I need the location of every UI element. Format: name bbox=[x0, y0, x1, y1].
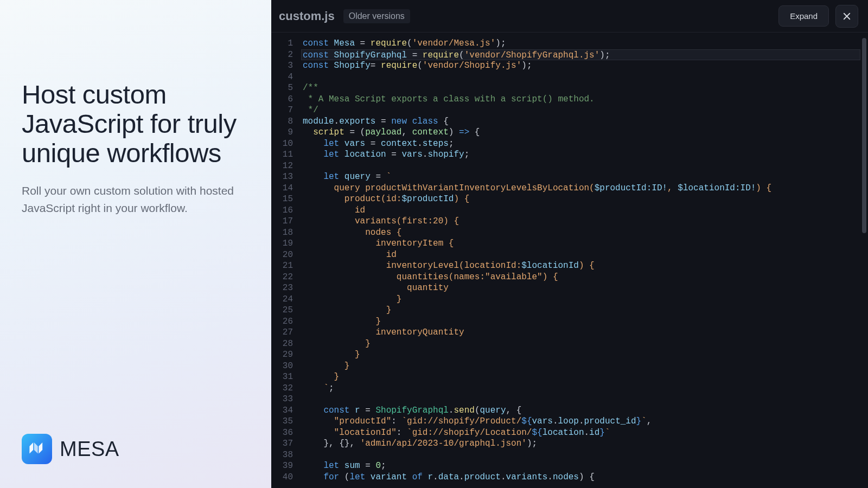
line-number: 20 bbox=[271, 249, 298, 261]
line-number: 2 bbox=[271, 49, 298, 61]
mesa-logo-icon bbox=[22, 434, 52, 464]
line-number: 35 bbox=[271, 416, 298, 427]
code-line[interactable]: const r = ShopifyGraphql.send(query, { bbox=[303, 405, 860, 416]
subtext: Roll your own custom solution with hoste… bbox=[22, 182, 239, 217]
line-number: 18 bbox=[271, 227, 298, 239]
code-line[interactable] bbox=[303, 72, 860, 83]
code-line[interactable]: "locationId": `gid://shopify/Location/${… bbox=[303, 427, 860, 439]
line-number: 4 bbox=[271, 72, 298, 83]
line-number: 27 bbox=[271, 327, 298, 338]
code-line[interactable]: let location = vars.shopify; bbox=[303, 149, 860, 160]
code-line[interactable]: let vars = context.steps; bbox=[303, 138, 860, 150]
line-number: 10 bbox=[271, 138, 298, 150]
code-line[interactable]: quantity bbox=[303, 282, 860, 294]
code-line[interactable]: quantities(names:"available") { bbox=[303, 272, 860, 283]
code-line[interactable]: id bbox=[303, 249, 860, 261]
code-line[interactable]: const ShopifyGraphql = require('vendor/S… bbox=[301, 49, 860, 61]
code-editor-panel: custom.js Older versions Expand 12345678… bbox=[271, 0, 868, 488]
older-versions-button[interactable]: Older versions bbox=[343, 9, 410, 23]
line-number: 3 bbox=[271, 60, 298, 72]
code-line[interactable]: for (let variant of r.data.product.varia… bbox=[303, 472, 860, 483]
line-number: 34 bbox=[271, 405, 298, 416]
code-area[interactable]: 1234567891011121314151617181920212223242… bbox=[271, 33, 868, 488]
marketing-sidebar: Host custom JavaScript for truly unique … bbox=[0, 0, 271, 488]
line-number: 29 bbox=[271, 349, 298, 361]
code-content[interactable]: const Mesa = require('vendor/Mesa.js');c… bbox=[298, 33, 860, 488]
code-line[interactable]: product(id:$productId) { bbox=[303, 194, 860, 205]
line-number: 33 bbox=[271, 394, 298, 405]
line-number: 28 bbox=[271, 338, 298, 350]
brand-logo: MESA bbox=[22, 434, 119, 464]
code-line[interactable]: "productId": `gid://shopify/Product/${va… bbox=[303, 416, 860, 427]
line-number: 36 bbox=[271, 427, 298, 439]
code-line[interactable]: } bbox=[303, 316, 860, 328]
code-line[interactable]: nodes { bbox=[303, 227, 860, 239]
close-icon bbox=[842, 11, 852, 21]
code-line[interactable]: }, {}, 'admin/api/2023-10/graphql.json')… bbox=[303, 438, 860, 450]
line-number: 16 bbox=[271, 205, 298, 216]
line-number: 21 bbox=[271, 260, 298, 272]
code-line[interactable]: query productWithVariantInventoryLevelsB… bbox=[303, 183, 860, 194]
line-number: 12 bbox=[271, 160, 298, 172]
code-line[interactable]: const Shopify= require('vendor/Shopify.j… bbox=[303, 60, 860, 72]
code-line[interactable]: module.exports = new class { bbox=[303, 116, 860, 127]
code-line[interactable]: /** bbox=[303, 82, 860, 94]
code-line[interactable]: variants(first:20) { bbox=[303, 216, 860, 227]
line-number: 24 bbox=[271, 294, 298, 305]
line-number: 17 bbox=[271, 216, 298, 227]
line-number: 5 bbox=[271, 82, 298, 94]
code-line[interactable]: } bbox=[303, 371, 860, 383]
line-number: 30 bbox=[271, 361, 298, 372]
line-number: 1 bbox=[271, 38, 298, 49]
line-number: 6 bbox=[271, 94, 298, 105]
expand-button[interactable]: Expand bbox=[778, 5, 829, 27]
line-number: 15 bbox=[271, 194, 298, 205]
code-line[interactable] bbox=[303, 160, 860, 172]
code-line[interactable]: } bbox=[303, 361, 860, 372]
line-number: 32 bbox=[271, 383, 298, 394]
code-line[interactable] bbox=[303, 394, 860, 405]
code-line[interactable]: } bbox=[303, 294, 860, 305]
code-line[interactable]: } bbox=[303, 349, 860, 361]
editor-topbar: custom.js Older versions Expand bbox=[271, 0, 868, 33]
line-number: 39 bbox=[271, 460, 298, 472]
code-line[interactable]: inventoryItem { bbox=[303, 238, 860, 249]
line-gutter: 1234567891011121314151617181920212223242… bbox=[271, 33, 298, 488]
line-number: 9 bbox=[271, 127, 298, 138]
close-button[interactable] bbox=[835, 5, 858, 28]
code-line[interactable]: id bbox=[303, 205, 860, 216]
line-number: 23 bbox=[271, 282, 298, 294]
headline: Host custom JavaScript for truly unique … bbox=[22, 80, 245, 168]
line-number: 14 bbox=[271, 183, 298, 194]
line-number: 40 bbox=[271, 472, 298, 483]
line-number: 11 bbox=[271, 149, 298, 160]
line-number: 31 bbox=[271, 371, 298, 383]
line-number: 19 bbox=[271, 238, 298, 249]
line-number: 22 bbox=[271, 272, 298, 283]
line-number: 13 bbox=[271, 171, 298, 183]
code-line[interactable]: } bbox=[303, 338, 860, 350]
code-line[interactable]: let query = ` bbox=[303, 171, 860, 183]
scrollbar-thumb[interactable] bbox=[862, 38, 866, 233]
code-line[interactable]: inventoryLevel(locationId:$locationId) { bbox=[303, 260, 860, 272]
code-line[interactable]: script = (payload, context) => { bbox=[303, 127, 860, 138]
code-line[interactable]: `; bbox=[303, 383, 860, 394]
code-line[interactable]: */ bbox=[303, 105, 860, 116]
vertical-scrollbar[interactable] bbox=[860, 33, 868, 488]
line-number: 26 bbox=[271, 316, 298, 328]
code-line[interactable] bbox=[303, 450, 860, 461]
code-line[interactable]: } bbox=[303, 305, 860, 316]
filename-label: custom.js bbox=[279, 9, 335, 23]
code-line[interactable]: * A Mesa Script exports a class with a s… bbox=[303, 94, 860, 105]
line-number: 37 bbox=[271, 438, 298, 450]
brand-name: MESA bbox=[60, 438, 119, 461]
line-number: 38 bbox=[271, 450, 298, 461]
line-number: 7 bbox=[271, 105, 298, 116]
line-number: 8 bbox=[271, 116, 298, 127]
code-line[interactable]: let sum = 0; bbox=[303, 460, 860, 472]
line-number: 25 bbox=[271, 305, 298, 316]
code-line[interactable]: inventoryQuantity bbox=[303, 327, 860, 338]
code-line[interactable]: const Mesa = require('vendor/Mesa.js'); bbox=[303, 38, 860, 49]
